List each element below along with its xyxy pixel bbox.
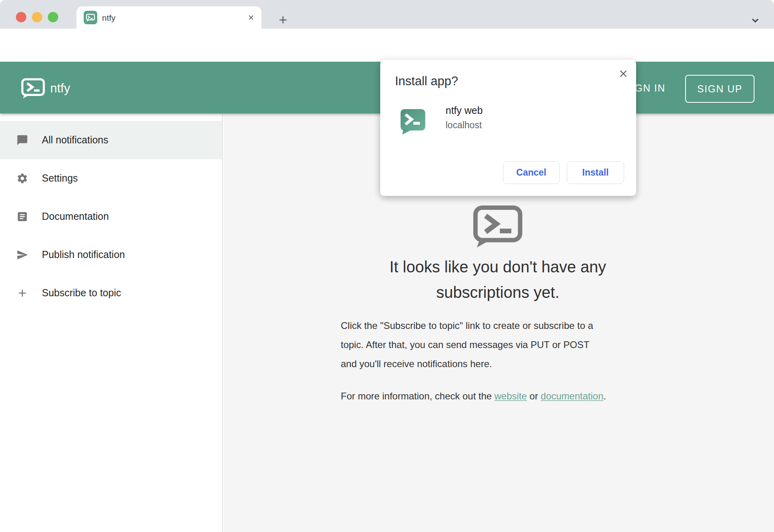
website-link[interactable]: website — [495, 391, 527, 401]
gear-icon — [16, 172, 28, 184]
sidebar-item-all-notifications[interactable]: All notifications — [0, 121, 222, 159]
browser-window: ntfy localhost — [0, 0, 774, 532]
sidebar-item-label: Settings — [42, 172, 78, 184]
sign-up-button[interactable]: SIGN UP — [685, 75, 754, 103]
empty-state-description: Click the "Subscribe to topic" link to c… — [341, 316, 608, 406]
send-icon — [16, 249, 28, 261]
tab-close-icon[interactable] — [247, 14, 255, 22]
sidebar-item-label: Publish notification — [42, 249, 125, 260]
ntfy-logo-icon — [21, 77, 45, 100]
dialog-title: Install app? — [395, 74, 458, 88]
dialog-app-name: ntfy web — [446, 105, 483, 116]
sidebar-item-label: All notifications — [42, 134, 108, 146]
new-tab-icon[interactable] — [277, 14, 289, 26]
dialog-close-icon[interactable] — [618, 68, 629, 79]
sidebar-item-settings[interactable]: Settings — [0, 159, 222, 198]
article-icon — [16, 211, 28, 223]
sidebar-item-label: Documentation — [42, 211, 109, 222]
sidebar-item-subscribe-to-topic[interactable]: Subscribe to topic — [0, 274, 222, 312]
zoom-window-button[interactable] — [48, 12, 58, 22]
chat-icon — [16, 134, 28, 146]
sidebar-item-publish-notification[interactable]: Publish notification — [0, 236, 222, 274]
install-app-dialog: Install app? ntfy web localhost Cancel I… — [380, 60, 636, 196]
app-title: ntfy — [50, 81, 70, 96]
dialog-app-origin: localhost — [446, 120, 482, 131]
minimize-window-button[interactable] — [32, 12, 42, 22]
install-button[interactable]: Install — [567, 161, 624, 184]
sidebar-nav: All notifications Settings Documentation… — [0, 113, 223, 532]
documentation-link[interactable]: documentation — [541, 391, 603, 401]
description-paragraph: Click the "Subscribe to topic" link to c… — [341, 316, 608, 374]
ntfy-empty-state-icon — [472, 204, 524, 249]
plus-icon — [16, 287, 28, 299]
browser-tab[interactable]: ntfy — [77, 6, 261, 29]
tab-list-chevron-icon[interactable] — [749, 14, 761, 26]
sidebar-item-label: Subscribe to topic — [42, 287, 121, 299]
ntfy-app-icon — [399, 108, 426, 135]
more-info-paragraph: For more information, check out the webs… — [341, 387, 608, 406]
browser-toolbar: localhost — [0, 29, 774, 62]
close-window-button[interactable] — [16, 12, 26, 22]
tab-strip: ntfy — [0, 0, 774, 29]
cancel-button[interactable]: Cancel — [503, 161, 560, 184]
empty-state-title: It looks like you don't have any subscri… — [362, 254, 633, 305]
ntfy-favicon-icon — [84, 11, 97, 24]
sidebar-item-documentation[interactable]: Documentation — [0, 198, 222, 236]
tab-title: ntfy — [102, 13, 116, 23]
